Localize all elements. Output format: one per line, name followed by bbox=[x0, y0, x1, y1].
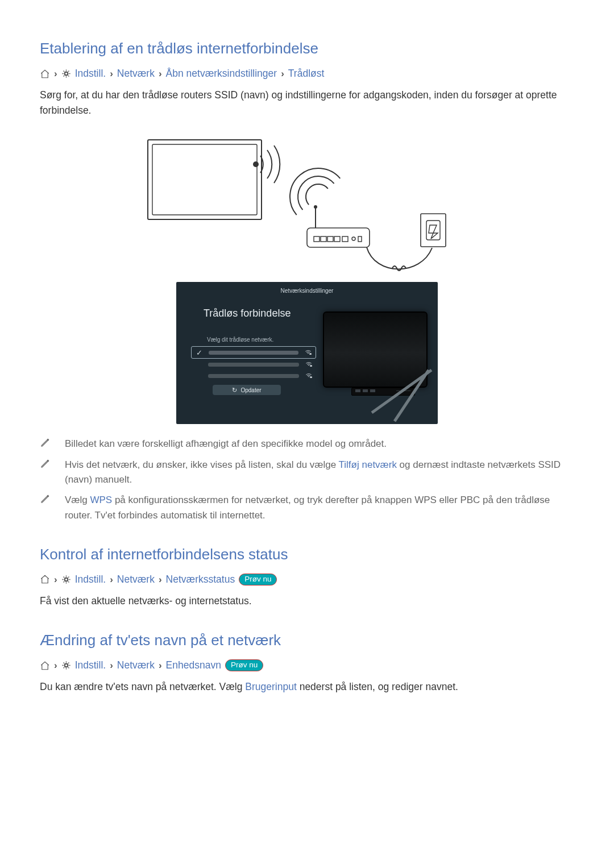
note-image-varies: Billedet kan være forskelligt afhængigt … bbox=[40, 437, 574, 451]
note-text: Billedet kan være forskelligt afhængigt … bbox=[65, 437, 574, 451]
gear-icon bbox=[61, 575, 71, 584]
panel-hint: Vælg dit trådløse netværk. bbox=[207, 337, 316, 343]
chevron-right-icon: › bbox=[110, 69, 113, 78]
pencil-icon bbox=[40, 493, 52, 523]
nav-network-status[interactable]: Netværksstatus bbox=[166, 574, 235, 585]
nav-settings[interactable]: Indstill. bbox=[75, 68, 106, 80]
diagram-wireless bbox=[136, 128, 478, 276]
wps-link[interactable]: WPS bbox=[90, 495, 112, 505]
svg-marker-23 bbox=[41, 496, 48, 503]
network-panel: Trådløs forbindelse Vælg dit trådløse ne… bbox=[191, 302, 316, 395]
network-item-selected[interactable]: ✓ bbox=[191, 346, 316, 359]
svg-marker-19 bbox=[41, 440, 48, 447]
section2-paragraph: Få vist den aktuelle netværks- og intern… bbox=[40, 593, 574, 609]
navpath-wireless: › Indstill. › Netværk › Åbn netværksinds… bbox=[40, 68, 574, 80]
chevron-right-icon: › bbox=[54, 661, 57, 670]
svg-rect-2 bbox=[152, 144, 257, 215]
ssid-placeholder bbox=[209, 351, 298, 355]
navpath-devicename: › Indstill. › Netværk › Enhedsnavn Prøv … bbox=[40, 659, 574, 671]
section3-paragraph: Du kan ændre tv'ets navn på netværket. V… bbox=[40, 679, 574, 695]
section-title-devicename: Ændring af tv'ets navn på et netværk bbox=[40, 632, 574, 649]
chevron-right-icon: › bbox=[110, 661, 113, 670]
svg-point-26 bbox=[64, 664, 68, 667]
refresh-button[interactable]: ↻ Opdater bbox=[213, 385, 281, 395]
refresh-label: Opdater bbox=[240, 387, 261, 393]
try-now-badge[interactable]: Prøv nu bbox=[239, 574, 277, 585]
ssid-placeholder bbox=[208, 374, 299, 378]
section1-paragraph: Sørg for, at du har den trådløse routers… bbox=[40, 88, 574, 118]
panel-title: Trådløs forbindelse bbox=[204, 308, 316, 319]
nav-network[interactable]: Netværk bbox=[117, 68, 155, 80]
svg-marker-21 bbox=[41, 460, 48, 467]
gear-icon bbox=[61, 661, 71, 670]
add-network-link[interactable]: Tilføj netværk bbox=[339, 459, 397, 470]
note-text: Vælg WPS på konfigurationsskærmen for ne… bbox=[65, 493, 574, 523]
svg-point-3 bbox=[253, 161, 259, 167]
userinput-link[interactable]: Brugerinput bbox=[245, 681, 296, 692]
chevron-right-icon: › bbox=[159, 69, 162, 78]
pencil-icon bbox=[40, 458, 52, 488]
note-add-network: Hvis det netværk, du ønsker, ikke vises … bbox=[40, 458, 574, 488]
ssid-placeholder bbox=[208, 363, 299, 367]
svg-rect-1 bbox=[148, 140, 262, 219]
nav-network[interactable]: Netværk bbox=[117, 574, 155, 585]
check-icon: ✓ bbox=[195, 348, 203, 357]
home-icon bbox=[40, 574, 50, 584]
nav-device-name[interactable]: Enhedsnavn bbox=[166, 659, 221, 671]
svg-rect-14 bbox=[421, 214, 446, 247]
ui-screenshot-network: Netværksindstillinger ———— Trådløs forbi… bbox=[176, 282, 438, 424]
chevron-right-icon: › bbox=[281, 69, 284, 78]
nav-open-settings[interactable]: Åbn netværksindstillinger bbox=[166, 68, 277, 80]
svg-point-0 bbox=[64, 72, 68, 76]
wifi-secure-icon bbox=[305, 372, 313, 380]
pencil-icon bbox=[40, 437, 52, 451]
svg-rect-6 bbox=[307, 228, 370, 247]
refresh-icon: ↻ bbox=[232, 387, 237, 394]
wifi-secure-icon bbox=[304, 348, 312, 356]
section-title-wireless: Etablering af en trådløs internetforbind… bbox=[40, 40, 574, 57]
chevron-right-icon: › bbox=[159, 661, 162, 670]
nav-settings[interactable]: Indstill. bbox=[75, 574, 106, 585]
home-icon bbox=[40, 661, 50, 671]
section-title-status: Kontrol af internetforbindelsens status bbox=[40, 546, 574, 563]
try-now-badge[interactable]: Prøv nu bbox=[225, 659, 263, 671]
network-list: ✓ bbox=[191, 346, 316, 381]
ui-strip-title: Netværksindstillinger bbox=[176, 288, 438, 294]
svg-point-5 bbox=[314, 205, 317, 209]
gear-icon bbox=[61, 69, 71, 78]
wifi-secure-icon bbox=[305, 360, 313, 368]
chevron-right-icon: › bbox=[110, 575, 113, 584]
note-text: Hvis det netværk, du ønsker, ikke vises … bbox=[65, 458, 574, 488]
note-wps: Vælg WPS på konfigurationsskærmen for ne… bbox=[40, 493, 574, 523]
tv-stand bbox=[360, 367, 434, 424]
network-item[interactable] bbox=[191, 359, 316, 370]
svg-point-25 bbox=[64, 578, 68, 582]
svg-rect-16 bbox=[309, 353, 312, 355]
chevron-right-icon: › bbox=[159, 575, 162, 584]
chevron-right-icon: › bbox=[54, 69, 57, 78]
chevron-right-icon: › bbox=[54, 575, 57, 584]
svg-rect-18 bbox=[310, 376, 312, 378]
nav-network[interactable]: Netværk bbox=[117, 659, 155, 671]
home-icon bbox=[40, 69, 50, 79]
navpath-status: › Indstill. › Netværk › Netværksstatus P… bbox=[40, 574, 574, 585]
nav-settings[interactable]: Indstill. bbox=[75, 659, 106, 671]
network-item[interactable] bbox=[191, 370, 316, 381]
nav-wireless[interactable]: Trådløst bbox=[288, 68, 325, 80]
svg-rect-17 bbox=[310, 365, 312, 367]
